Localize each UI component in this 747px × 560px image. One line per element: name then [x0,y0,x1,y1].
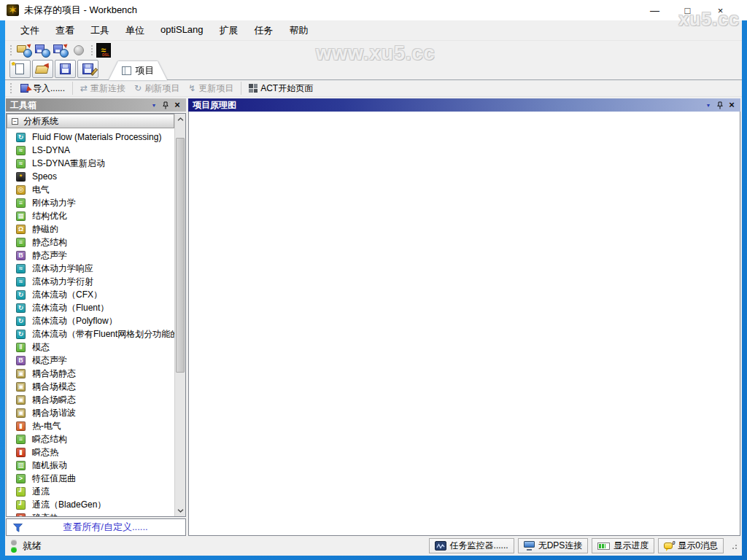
panel-menu-icon[interactable]: ▼ [148,100,160,110]
toolbox-item[interactable]: ≈ LS-DYNA重新启动 [7,157,174,170]
toolbox-item[interactable]: ↻ Fluid Flow (Materials Processing) [7,131,174,144]
toolbox-item[interactable]: ≡ 刚体动力学 [7,196,174,209]
toolbox-item[interactable]: ↻ 流体流动（Polyflow） [7,314,174,327]
analysis-system-icon: ▣ [16,408,26,418]
minimize-button[interactable]: — [638,0,671,20]
toolbox-item[interactable]: Ω 静磁的 [7,222,174,236]
save-project-globe-icon[interactable] [34,42,51,58]
menu-item[interactable]: 文件 [12,21,47,40]
toolbox-item[interactable]: * Speos [7,170,174,183]
globe-disabled-icon [71,42,88,58]
toolbox-item[interactable]: B 模态声学 [7,354,174,367]
close-icon[interactable]: × [726,100,738,110]
new-project-button[interactable]: * [9,60,31,78]
optislang-icon[interactable]: ≈ DSL [96,43,111,58]
toolbox-item[interactable]: ↻ 流体流动（带有Fluent网格划分功能的 [7,327,174,341]
toolbox-item-label: 结构优化 [32,210,67,222]
scroll-up-icon[interactable] [175,114,185,125]
toolbox-item[interactable]: > 特征值屈曲 [7,472,174,485]
maximize-button[interactable]: □ [671,0,704,20]
analysis-system-icon: ≡ [16,238,26,247]
update-project-button[interactable]: ↯ 更新项目 [184,81,238,96]
quick-toolbar: ≈ DSL [5,41,742,59]
scroll-down-icon[interactable] [175,505,185,516]
pin-icon[interactable] [714,100,726,110]
menu-item[interactable]: 工具 [82,21,117,40]
toolbox-scrollbar[interactable] [174,114,185,516]
analysis-system-icon: ▣ [16,382,26,392]
menu-item[interactable]: 任务 [247,21,282,40]
open-project-globe-icon[interactable] [16,42,33,58]
reconnect-icon: ⇄ [80,83,88,93]
toolbox-item[interactable]: ▮ 稳态热 [7,511,174,516]
show-progress-button[interactable]: 显示进度 [592,538,654,553]
toolbox-item[interactable]: ▣ 耦合场模态 [7,380,174,393]
analysis-system-icon: ▮ [16,513,26,517]
scrollbar-track[interactable] [175,125,185,505]
toolbox-item[interactable]: ≈ LS-DYNA [7,144,174,157]
menu-item[interactable]: 扩展 [212,21,247,40]
scrollbar-thumb[interactable] [176,138,185,373]
toolbox-item[interactable]: ≡ 静态结构 [7,236,174,249]
toolbox-item[interactable]: ↻ 流体流动（CFX） [7,288,174,301]
toolbox-panel-header[interactable]: 工具箱 ▼ × [6,98,186,112]
open-project-button[interactable] [32,60,53,78]
toolbox-item[interactable]: ↻ 流体流动（Fluent） [7,301,174,314]
analysis-systems-group[interactable]: − 分析系统 [7,114,174,128]
toolbox-item[interactable]: ▥ 随机振动 [7,459,174,472]
title-bar[interactable]: ✶ 未保存的项目 - Workbench — □ × xu5.cc [0,0,747,20]
toolbox-item[interactable]: ┛ 通流（BladeGen） [7,498,174,511]
close-icon[interactable]: × [171,100,183,110]
show-messages-button[interactable]: 0 显示0消息 [658,538,724,553]
pin-icon[interactable] [160,100,171,110]
toolbox-item-label: 随机振动 [32,459,67,472]
toolbox-item[interactable]: ≈ 流体动力学衍射 [7,275,174,288]
globe-glyph [74,45,84,55]
toolbox-item[interactable]: ▣ 耦合场谐波 [7,406,174,419]
icon-glyph: ≡ [19,435,23,444]
menu-item[interactable]: 帮助 [282,21,317,40]
close-button[interactable]: × [704,0,737,20]
toolbox-item[interactable]: ‖ 模态 [7,341,174,354]
toolbox-item[interactable]: ≡ 瞬态结构 [7,432,174,446]
toolbox-item[interactable]: ▮ 瞬态热 [7,446,174,459]
schematic-panel-header[interactable]: 项目原理图 ▼ × [188,98,740,112]
collapse-icon[interactable]: − [12,118,18,125]
menu-item[interactable]: optiSLang [152,21,212,40]
toolbox-item[interactable]: ▮ 热-电气 [7,419,174,432]
project-schematic-panel: 项目原理图 ▼ × [188,98,740,536]
analysis-system-icon: > [16,474,26,483]
refresh-project-button[interactable]: ↻ 刷新项目 [130,81,184,96]
floppy-glyph [60,63,71,74]
toolbox-item[interactable]: ▣ 耦合场静态 [7,367,174,380]
toolbar-separator [241,82,241,95]
job-monitor-button[interactable]: 任务监控器...... [429,538,514,553]
save-project-button[interactable] [55,60,76,78]
toolbox-item[interactable]: B 静态声学 [7,249,174,262]
toolbox-item[interactable]: ┛ 通流 [7,485,174,498]
view-all-customize-link[interactable]: 查看所有/自定义...... [63,521,147,534]
analysis-system-icon: ▣ [16,369,26,378]
resize-grip[interactable] [730,542,738,550]
import-button[interactable]: 导入...... [15,81,69,96]
menu-item[interactable]: 单位 [117,21,152,40]
panel-menu-icon[interactable]: ▼ [703,100,714,110]
toolbox-item-label: LS-DYNA重新启动 [32,158,105,170]
save-as-globe-icon[interactable] [53,42,69,58]
act-start-page-button[interactable]: ACT开始页面 [244,81,317,96]
icon-glyph: ≡ [19,238,23,247]
view-all-customize-row[interactable]: 查看所有/自定义...... [6,518,186,536]
toolbox-item[interactable]: ≈ 流体动力学响应 [7,262,174,275]
analysis-system-icon: ↻ [16,303,26,313]
menu-item[interactable]: 查看 [47,21,82,40]
toolbox-item[interactable]: ◎ 电气 [7,183,174,196]
status-led-icon [11,540,17,553]
dps-connection-button[interactable]: 无DPS连接 [518,538,589,553]
reconnect-button[interactable]: ⇄ 重新连接 [76,81,130,96]
tab-project[interactable]: 项目 [109,61,167,80]
toolbox-item[interactable]: ▦ 结构优化 [7,209,174,222]
schematic-canvas[interactable] [188,112,740,536]
save-as-button[interactable] [77,60,98,78]
message-count-badge: 0 [672,540,675,545]
toolbox-item[interactable]: ▣ 耦合场瞬态 [7,393,174,406]
